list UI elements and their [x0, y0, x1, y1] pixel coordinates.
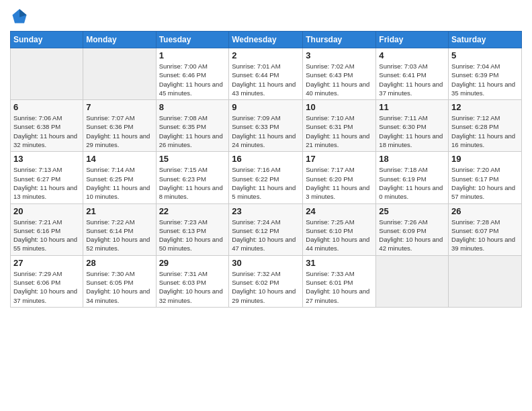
calendar-cell: 7Sunrise: 7:07 AM Sunset: 6:36 PM Daylig… — [83, 100, 156, 152]
calendar-cell: 6Sunrise: 7:06 AM Sunset: 6:38 PM Daylig… — [11, 100, 83, 152]
day-number: 5 — [451, 50, 519, 60]
day-number: 19 — [451, 154, 519, 164]
day-number: 29 — [159, 258, 226, 268]
calendar-day-header: Saturday — [449, 32, 522, 48]
day-info: Sunrise: 7:08 AM Sunset: 6:35 PM Dayligh… — [159, 113, 226, 149]
calendar-cell: 27Sunrise: 7:29 AM Sunset: 6:06 PM Dayli… — [11, 255, 83, 307]
day-number: 20 — [13, 206, 80, 216]
day-number: 17 — [306, 154, 373, 164]
page: SundayMondayTuesdayWednesdayThursdayFrid… — [0, 0, 532, 411]
calendar-cell — [11, 48, 83, 100]
day-number: 3 — [306, 50, 373, 60]
day-info: Sunrise: 7:31 AM Sunset: 6:03 PM Dayligh… — [159, 269, 226, 305]
calendar-cell: 21Sunrise: 7:22 AM Sunset: 6:14 PM Dayli… — [83, 203, 156, 255]
calendar-cell: 15Sunrise: 7:15 AM Sunset: 6:23 PM Dayli… — [156, 152, 229, 203]
calendar-cell: 4Sunrise: 7:03 AM Sunset: 6:41 PM Daylig… — [376, 48, 449, 100]
day-number: 9 — [232, 102, 300, 112]
calendar-cell: 19Sunrise: 7:20 AM Sunset: 6:17 PM Dayli… — [449, 152, 522, 203]
calendar-cell: 10Sunrise: 7:10 AM Sunset: 6:31 PM Dayli… — [303, 100, 376, 152]
day-number: 23 — [232, 206, 300, 216]
calendar-day-header: Monday — [83, 32, 156, 48]
day-number: 28 — [86, 258, 152, 268]
day-number: 10 — [306, 102, 373, 112]
calendar-cell — [376, 255, 449, 307]
day-info: Sunrise: 7:04 AM Sunset: 6:39 PM Dayligh… — [451, 62, 519, 97]
calendar-day-header: Tuesday — [156, 32, 229, 48]
calendar-cell: 18Sunrise: 7:18 AM Sunset: 6:19 PM Dayli… — [376, 152, 449, 203]
day-number: 16 — [232, 154, 300, 164]
calendar-day-header: Friday — [376, 32, 449, 48]
calendar-day-header: Thursday — [303, 32, 376, 48]
calendar-cell: 26Sunrise: 7:28 AM Sunset: 6:07 PM Dayli… — [449, 203, 522, 255]
calendar-cell: 20Sunrise: 7:21 AM Sunset: 6:16 PM Dayli… — [11, 203, 83, 255]
day-number: 30 — [232, 258, 300, 268]
calendar-cell: 17Sunrise: 7:17 AM Sunset: 6:20 PM Dayli… — [303, 152, 376, 203]
day-info: Sunrise: 7:28 AM Sunset: 6:07 PM Dayligh… — [451, 218, 519, 253]
day-number: 21 — [86, 206, 152, 216]
day-info: Sunrise: 7:16 AM Sunset: 6:22 PM Dayligh… — [232, 165, 300, 201]
day-info: Sunrise: 7:33 AM Sunset: 6:01 PM Dayligh… — [306, 269, 373, 305]
calendar-cell: 1Sunrise: 7:00 AM Sunset: 6:46 PM Daylig… — [156, 48, 229, 100]
day-info: Sunrise: 7:10 AM Sunset: 6:31 PM Dayligh… — [306, 113, 373, 149]
day-number: 26 — [451, 206, 519, 216]
calendar-day-header: Sunday — [11, 32, 83, 48]
calendar-week-row: 27Sunrise: 7:29 AM Sunset: 6:06 PM Dayli… — [11, 255, 522, 307]
calendar-week-row: 20Sunrise: 7:21 AM Sunset: 6:16 PM Dayli… — [11, 203, 522, 255]
day-info: Sunrise: 7:24 AM Sunset: 6:12 PM Dayligh… — [232, 218, 300, 253]
day-info: Sunrise: 7:32 AM Sunset: 6:02 PM Dayligh… — [232, 269, 300, 305]
day-info: Sunrise: 7:01 AM Sunset: 6:44 PM Dayligh… — [232, 62, 300, 97]
day-info: Sunrise: 7:03 AM Sunset: 6:41 PM Dayligh… — [379, 62, 445, 97]
day-number: 18 — [379, 154, 445, 164]
day-info: Sunrise: 7:21 AM Sunset: 6:16 PM Dayligh… — [13, 218, 80, 253]
calendar-cell: 29Sunrise: 7:31 AM Sunset: 6:03 PM Dayli… — [156, 255, 229, 307]
day-info: Sunrise: 7:00 AM Sunset: 6:46 PM Dayligh… — [159, 62, 226, 97]
day-number: 8 — [159, 102, 226, 112]
calendar-week-row: 6Sunrise: 7:06 AM Sunset: 6:38 PM Daylig… — [11, 100, 522, 152]
day-number: 27 — [13, 258, 80, 268]
calendar-cell: 3Sunrise: 7:02 AM Sunset: 6:43 PM Daylig… — [303, 48, 376, 100]
day-info: Sunrise: 7:15 AM Sunset: 6:23 PM Dayligh… — [159, 165, 226, 201]
day-info: Sunrise: 7:11 AM Sunset: 6:30 PM Dayligh… — [379, 113, 445, 149]
day-info: Sunrise: 7:22 AM Sunset: 6:14 PM Dayligh… — [86, 218, 152, 253]
calendar-cell: 16Sunrise: 7:16 AM Sunset: 6:22 PM Dayli… — [229, 152, 303, 203]
day-info: Sunrise: 7:06 AM Sunset: 6:38 PM Dayligh… — [13, 113, 80, 149]
day-number: 12 — [451, 102, 519, 112]
day-number: 15 — [159, 154, 226, 164]
calendar-cell: 11Sunrise: 7:11 AM Sunset: 6:30 PM Dayli… — [376, 100, 449, 152]
day-info: Sunrise: 7:17 AM Sunset: 6:20 PM Dayligh… — [306, 165, 373, 201]
calendar-cell: 13Sunrise: 7:13 AM Sunset: 6:27 PM Dayli… — [11, 152, 83, 203]
calendar-cell — [449, 255, 522, 307]
day-number: 14 — [86, 154, 152, 164]
day-info: Sunrise: 7:23 AM Sunset: 6:13 PM Dayligh… — [159, 218, 226, 253]
calendar-cell: 30Sunrise: 7:32 AM Sunset: 6:02 PM Dayli… — [229, 255, 303, 307]
day-info: Sunrise: 7:13 AM Sunset: 6:27 PM Dayligh… — [13, 165, 80, 201]
day-info: Sunrise: 7:18 AM Sunset: 6:19 PM Dayligh… — [379, 165, 445, 201]
day-info: Sunrise: 7:09 AM Sunset: 6:33 PM Dayligh… — [232, 113, 300, 149]
day-info: Sunrise: 7:02 AM Sunset: 6:43 PM Dayligh… — [306, 62, 373, 97]
calendar-cell: 31Sunrise: 7:33 AM Sunset: 6:01 PM Dayli… — [303, 255, 376, 307]
day-number: 22 — [159, 206, 226, 216]
day-info: Sunrise: 7:25 AM Sunset: 6:10 PM Dayligh… — [306, 218, 373, 253]
logo-icon — [10, 7, 29, 26]
day-number: 13 — [13, 154, 80, 164]
day-info: Sunrise: 7:12 AM Sunset: 6:28 PM Dayligh… — [451, 113, 519, 149]
calendar-cell: 28Sunrise: 7:30 AM Sunset: 6:05 PM Dayli… — [83, 255, 156, 307]
calendar-cell: 22Sunrise: 7:23 AM Sunset: 6:13 PM Dayli… — [156, 203, 229, 255]
calendar-cell: 24Sunrise: 7:25 AM Sunset: 6:10 PM Dayli… — [303, 203, 376, 255]
day-number: 31 — [306, 258, 373, 268]
calendar-header-row: SundayMondayTuesdayWednesdayThursdayFrid… — [11, 32, 522, 48]
calendar-cell: 12Sunrise: 7:12 AM Sunset: 6:28 PM Dayli… — [449, 100, 522, 152]
day-info: Sunrise: 7:14 AM Sunset: 6:25 PM Dayligh… — [86, 165, 152, 201]
calendar-cell: 5Sunrise: 7:04 AM Sunset: 6:39 PM Daylig… — [449, 48, 522, 100]
calendar-cell: 23Sunrise: 7:24 AM Sunset: 6:12 PM Dayli… — [229, 203, 303, 255]
day-number: 2 — [232, 50, 300, 60]
day-number: 24 — [306, 206, 373, 216]
day-info: Sunrise: 7:07 AM Sunset: 6:36 PM Dayligh… — [86, 113, 152, 149]
day-info: Sunrise: 7:26 AM Sunset: 6:09 PM Dayligh… — [379, 218, 445, 253]
day-number: 7 — [86, 102, 152, 112]
day-number: 11 — [379, 102, 445, 112]
day-info: Sunrise: 7:29 AM Sunset: 6:06 PM Dayligh… — [13, 269, 80, 305]
day-number: 6 — [13, 102, 80, 112]
day-number: 4 — [379, 50, 445, 60]
header — [10, 7, 522, 26]
